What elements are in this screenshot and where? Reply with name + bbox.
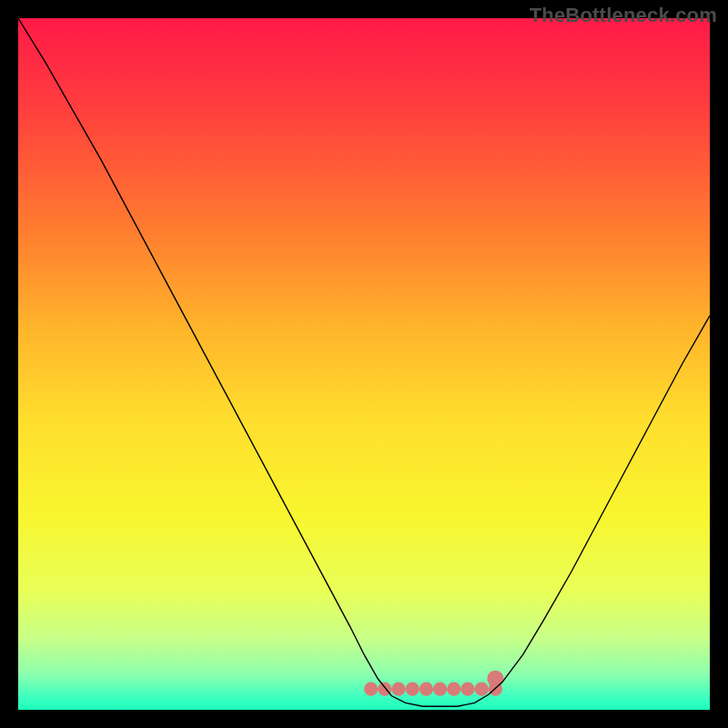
optimal-band-dot [391, 682, 405, 696]
optimal-band-dot [433, 682, 447, 696]
optimal-band-dot [420, 682, 433, 696]
optimal-band-dot [475, 682, 489, 696]
optimal-band-highlight [487, 671, 503, 687]
optimal-band-dot [364, 682, 378, 696]
watermark-text: TheBottleneck.com [530, 4, 717, 27]
chart-background [18, 18, 710, 710]
bottleneck-chart [18, 18, 710, 710]
optimal-band-dot [447, 682, 460, 696]
optimal-band-dot [406, 682, 420, 696]
optimal-band-dot [460, 682, 474, 696]
chart-frame: TheBottleneck.com [0, 0, 728, 728]
